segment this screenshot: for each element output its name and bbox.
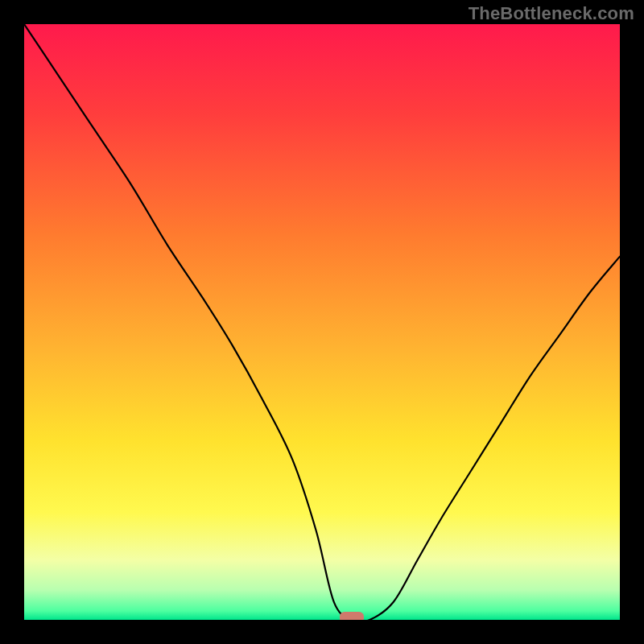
watermark-text: TheBottleneck.com: [469, 3, 634, 24]
chart-frame: TheBottleneck.com: [0, 0, 644, 644]
plot-area: [24, 24, 620, 620]
bottleneck-chart-svg: [24, 24, 620, 620]
optimal-marker: [340, 612, 364, 620]
gradient-background: [24, 24, 620, 620]
